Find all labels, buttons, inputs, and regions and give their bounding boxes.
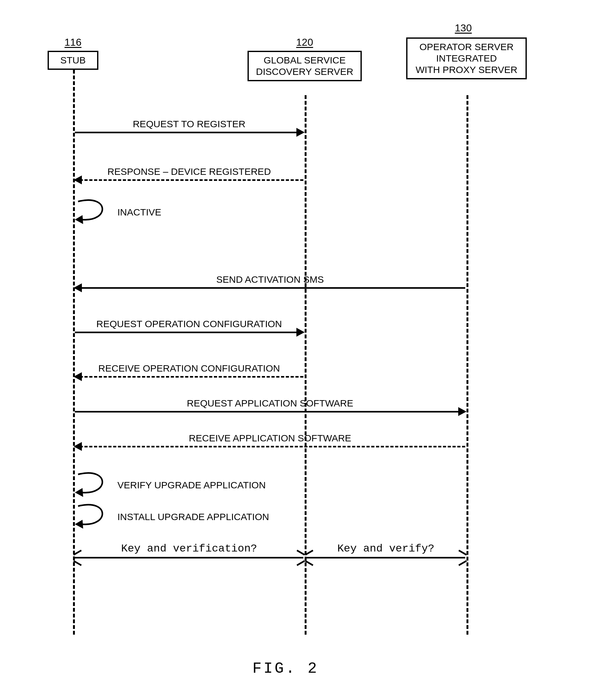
arrowhead-icon (458, 553, 466, 563)
selfloop-icon (75, 197, 113, 225)
arrowhead-icon (74, 372, 82, 381)
svg-marker-2 (75, 520, 83, 529)
msg-request-register: REQUEST TO REGISTER (75, 120, 303, 133)
arrowhead-icon (458, 407, 466, 416)
selfloop-label-inactive: INACTIVE (117, 207, 161, 218)
selfloop-icon (75, 501, 113, 530)
msg-label: REQUEST APPLICATION SOFTWARE (75, 398, 465, 409)
figure-caption: FIG. 2 (222, 660, 349, 677)
msg-label: Key and verify? (307, 542, 465, 555)
msg-receive-app-software: RECEIVE APPLICATION SOFTWARE (75, 435, 465, 447)
arrowhead-icon (74, 553, 83, 563)
arrowhead-icon (74, 175, 82, 184)
selfloop-inactive (75, 197, 113, 225)
arrowhead-icon (296, 328, 305, 337)
sequence-diagram: 116 120 130 STUB GLOBAL SERVICE DISCOVER… (63, 25, 539, 644)
arrowhead-icon (74, 442, 82, 451)
lifeline-ops (466, 95, 469, 635)
svg-marker-1 (75, 488, 83, 497)
msg-key-verify: Key and verify? (307, 546, 465, 558)
msg-label: Key and verification? (75, 542, 303, 555)
arrowhead-icon (296, 553, 305, 563)
msg-response-registered: RESPONSE – DEVICE REGISTERED (75, 168, 303, 181)
participant-num-gsd: 120 (286, 36, 324, 48)
selfloop-icon (75, 470, 113, 498)
msg-label: SEND ACTIVATION SMS (75, 274, 465, 285)
msg-request-app-software: REQUEST APPLICATION SOFTWARE (75, 400, 465, 413)
arrowhead-icon (74, 283, 82, 292)
selfloop-label-install: INSTALL UPGRADE APPLICATION (117, 511, 269, 522)
msg-send-activation-sms: SEND ACTIVATION SMS (75, 276, 465, 289)
svg-marker-0 (75, 215, 83, 224)
msg-key-verification: Key and verification? (75, 546, 303, 558)
participant-box-stub: STUB (48, 51, 98, 70)
msg-label: REQUEST OPERATION CONFIGURATION (75, 318, 303, 329)
arrowhead-icon (305, 553, 314, 563)
msg-label: REQUEST TO REGISTER (75, 119, 303, 130)
msg-receive-op-config: RECEIVE OPERATION CONFIGURATION (75, 365, 303, 377)
msg-label: RECEIVE APPLICATION SOFTWARE (75, 433, 465, 444)
selfloop-label-verify: VERIFY UPGRADE APPLICATION (117, 480, 265, 491)
participant-num-stub: 116 (57, 36, 89, 48)
selfloop-verify (75, 470, 113, 498)
msg-label: RESPONSE – DEVICE REGISTERED (75, 166, 303, 177)
msg-request-op-config: REQUEST OPERATION CONFIGURATION (75, 320, 303, 333)
participant-box-ops: OPERATOR SERVER INTEGRATED WITH PROXY SE… (406, 37, 527, 79)
participant-box-gsd: GLOBAL SERVICE DISCOVERY SERVER (248, 51, 362, 81)
arrowhead-icon (296, 128, 305, 137)
msg-label: RECEIVE OPERATION CONFIGURATION (75, 363, 303, 374)
participant-num-ops: 130 (444, 22, 482, 34)
selfloop-install (75, 501, 113, 530)
